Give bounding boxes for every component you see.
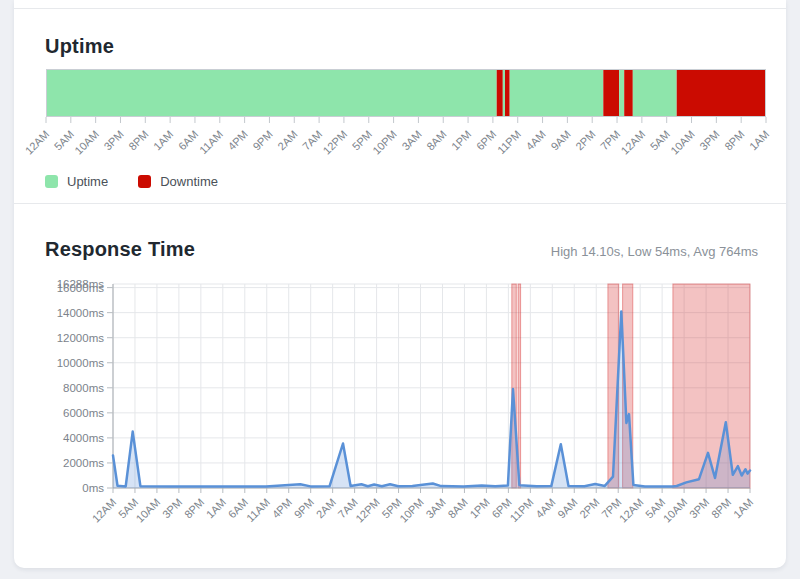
legend-label-uptime: Uptime xyxy=(67,174,108,189)
svg-text:4000ms: 4000ms xyxy=(63,432,104,444)
svg-text:8PM: 8PM xyxy=(182,496,206,520)
svg-text:8PM: 8PM xyxy=(126,128,150,152)
svg-text:9AM: 9AM xyxy=(555,496,579,520)
svg-text:8PM: 8PM xyxy=(709,496,733,520)
svg-text:10AM: 10AM xyxy=(72,128,101,157)
previous-section-edge xyxy=(14,0,786,9)
svg-text:8PM: 8PM xyxy=(722,128,746,152)
response-time-chart[interactable]: 0ms2000ms4000ms6000ms8000ms10000ms12000m… xyxy=(14,276,786,541)
response-panel-header: Response Time High 14.10s, Low 54ms, Avg… xyxy=(14,238,786,261)
svg-text:12AM: 12AM xyxy=(23,128,52,157)
svg-text:1PM: 1PM xyxy=(467,496,491,520)
downtime-swatch xyxy=(138,175,151,188)
uptime-panel: Uptime 12AM5AM10AM3PM8PM1AM6AM11AM4PM9PM… xyxy=(14,9,786,204)
svg-text:10AM: 10AM xyxy=(661,496,690,525)
legend-label-downtime: Downtime xyxy=(160,174,218,189)
svg-text:14000ms: 14000ms xyxy=(57,307,105,319)
svg-text:12PM: 12PM xyxy=(353,496,382,525)
uptime-panel-title: Uptime xyxy=(45,35,786,58)
svg-text:3AM: 3AM xyxy=(423,496,447,520)
svg-text:6000ms: 6000ms xyxy=(63,407,104,419)
svg-text:12000ms: 12000ms xyxy=(57,332,105,344)
svg-text:12AM: 12AM xyxy=(90,496,119,525)
svg-text:16288ms: 16288ms xyxy=(57,278,105,290)
svg-text:12AM: 12AM xyxy=(618,128,647,157)
legend-item-uptime[interactable]: Uptime xyxy=(45,174,108,189)
svg-text:4AM: 4AM xyxy=(524,128,548,152)
svg-text:2PM: 2PM xyxy=(577,496,601,520)
svg-text:3PM: 3PM xyxy=(160,496,184,520)
svg-text:4PM: 4PM xyxy=(226,128,250,152)
svg-text:3PM: 3PM xyxy=(697,128,721,152)
svg-text:3PM: 3PM xyxy=(101,128,125,152)
response-panel-title: Response Time xyxy=(45,238,195,261)
svg-text:3PM: 3PM xyxy=(687,496,711,520)
svg-text:9PM: 9PM xyxy=(250,128,274,152)
svg-text:2AM: 2AM xyxy=(314,496,338,520)
svg-text:9PM: 9PM xyxy=(292,496,316,520)
svg-text:4AM: 4AM xyxy=(533,496,557,520)
svg-text:12AM: 12AM xyxy=(617,496,646,525)
svg-text:8AM: 8AM xyxy=(445,496,469,520)
svg-text:11AM: 11AM xyxy=(197,128,225,156)
svg-text:2AM: 2AM xyxy=(275,128,299,152)
svg-text:11PM: 11PM xyxy=(495,128,523,156)
svg-text:2PM: 2PM xyxy=(573,128,597,152)
uptime-bar-chart[interactable]: 12AM5AM10AM3PM8PM1AM6AM11AM4PM9PM2AM7AM1… xyxy=(14,69,786,169)
svg-text:2000ms: 2000ms xyxy=(63,457,104,469)
svg-text:8AM: 8AM xyxy=(424,128,448,152)
response-panel: Response Time High 14.10s, Low 54ms, Avg… xyxy=(14,204,786,551)
response-stats: High 14.10s, Low 54ms, Avg 764ms xyxy=(551,244,758,259)
svg-text:1AM: 1AM xyxy=(204,496,228,520)
svg-text:8000ms: 8000ms xyxy=(63,382,104,394)
svg-text:0ms: 0ms xyxy=(82,482,104,494)
monitor-card: Uptime 12AM5AM10AM3PM8PM1AM6AM11AM4PM9PM… xyxy=(14,0,786,568)
svg-text:1PM: 1PM xyxy=(449,128,473,152)
svg-text:11PM: 11PM xyxy=(507,496,535,524)
svg-text:10AM: 10AM xyxy=(668,128,697,157)
svg-text:10PM: 10PM xyxy=(370,128,399,157)
svg-text:10000ms: 10000ms xyxy=(57,357,105,369)
svg-text:10PM: 10PM xyxy=(397,496,426,525)
legend-item-downtime[interactable]: Downtime xyxy=(138,174,218,189)
uptime-swatch xyxy=(45,175,58,188)
svg-text:3AM: 3AM xyxy=(399,128,423,152)
svg-text:1AM: 1AM xyxy=(731,496,755,520)
uptime-legend: Uptime Downtime xyxy=(45,171,786,191)
svg-text:10AM: 10AM xyxy=(133,496,162,525)
svg-text:9AM: 9AM xyxy=(548,128,572,152)
svg-text:1AM: 1AM xyxy=(151,128,175,152)
svg-text:4PM: 4PM xyxy=(270,496,294,520)
svg-text:11AM: 11AM xyxy=(244,496,272,524)
svg-text:12PM: 12PM xyxy=(320,128,349,157)
svg-text:1AM: 1AM xyxy=(747,128,771,152)
